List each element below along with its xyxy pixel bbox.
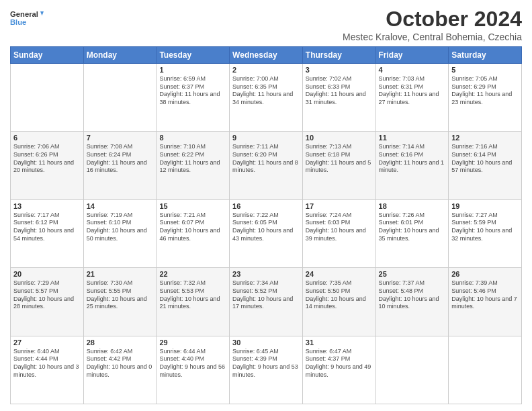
day-info: Sunrise: 6:42 AMSunset: 4:42 PMDaylight:…: [87, 348, 154, 379]
svg-text:Blue: Blue: [10, 18, 26, 26]
calendar-day-cell: 26Sunrise: 7:39 AMSunset: 5:46 PMDayligh…: [449, 268, 522, 336]
calendar-day-cell: 1Sunrise: 6:59 AMSunset: 6:37 PMDaylight…: [157, 64, 230, 132]
calendar-day-cell: 29Sunrise: 6:44 AMSunset: 4:40 PMDayligh…: [157, 336, 230, 404]
calendar-day-cell: 5Sunrise: 7:05 AMSunset: 6:29 PMDaylight…: [449, 64, 522, 132]
calendar-empty-cell: [83, 64, 157, 132]
day-number: 31: [306, 338, 373, 347]
calendar-day-cell: 18Sunrise: 7:26 AMSunset: 6:01 PMDayligh…: [375, 199, 449, 267]
calendar-weekday-sunday: Sunday: [11, 47, 84, 64]
calendar-day-cell: 8Sunrise: 7:10 AMSunset: 6:22 PMDaylight…: [157, 132, 230, 199]
day-number: 23: [232, 270, 300, 278]
day-info: Sunrise: 7:02 AMSunset: 6:33 PMDaylight:…: [306, 75, 373, 107]
day-number: 7: [87, 134, 154, 142]
day-number: 10: [306, 134, 373, 142]
day-info: Sunrise: 7:24 AMSunset: 6:03 PMDaylight:…: [306, 212, 373, 243]
day-info: Sunrise: 7:32 AMSunset: 5:53 PMDaylight:…: [159, 279, 226, 311]
calendar-day-cell: 3Sunrise: 7:02 AMSunset: 6:33 PMDaylight…: [302, 64, 375, 132]
day-number: 17: [306, 202, 373, 210]
month-title: October 2024: [343, 7, 522, 32]
day-number: 2: [232, 66, 300, 74]
day-info: Sunrise: 7:17 AMSunset: 6:12 PMDaylight:…: [13, 212, 81, 243]
day-info: Sunrise: 7:39 AMSunset: 5:46 PMDaylight:…: [451, 279, 519, 311]
calendar-day-cell: 23Sunrise: 7:34 AMSunset: 5:52 PMDayligh…: [230, 268, 303, 336]
day-number: 27: [13, 338, 81, 347]
day-number: 19: [451, 202, 519, 210]
day-number: 6: [13, 134, 81, 142]
calendar-header-row: SundayMondayTuesdayWednesdayThursdayFrid…: [11, 47, 522, 64]
calendar-table: SundayMondayTuesdayWednesdayThursdayFrid…: [10, 46, 522, 404]
calendar-weekday-friday: Friday: [375, 47, 449, 64]
day-info: Sunrise: 6:47 AMSunset: 4:37 PMDaylight:…: [306, 348, 373, 379]
calendar-day-cell: 14Sunrise: 7:19 AMSunset: 6:10 PMDayligh…: [83, 199, 157, 267]
day-number: 18: [379, 202, 446, 210]
svg-marker-2: [40, 11, 44, 15]
svg-text:General: General: [10, 10, 38, 18]
calendar-day-cell: 22Sunrise: 7:32 AMSunset: 5:53 PMDayligh…: [157, 268, 230, 336]
calendar-day-cell: 16Sunrise: 7:22 AMSunset: 6:05 PMDayligh…: [230, 199, 303, 267]
calendar-day-cell: 25Sunrise: 7:37 AMSunset: 5:48 PMDayligh…: [375, 268, 449, 336]
day-info: Sunrise: 7:06 AMSunset: 6:26 PMDaylight:…: [13, 143, 81, 175]
calendar-day-cell: 6Sunrise: 7:06 AMSunset: 6:26 PMDaylight…: [11, 132, 84, 199]
day-number: 22: [159, 270, 226, 278]
day-info: Sunrise: 7:35 AMSunset: 5:50 PMDaylight:…: [306, 279, 373, 311]
day-info: Sunrise: 6:45 AMSunset: 4:39 PMDaylight:…: [232, 348, 300, 379]
calendar-day-cell: 17Sunrise: 7:24 AMSunset: 6:03 PMDayligh…: [302, 199, 375, 267]
day-info: Sunrise: 7:03 AMSunset: 6:31 PMDaylight:…: [379, 75, 446, 107]
calendar-weekday-tuesday: Tuesday: [157, 47, 230, 64]
day-info: Sunrise: 7:27 AMSunset: 5:59 PMDaylight:…: [451, 212, 519, 243]
calendar-day-cell: 30Sunrise: 6:45 AMSunset: 4:39 PMDayligh…: [230, 336, 303, 404]
calendar-day-cell: 7Sunrise: 7:08 AMSunset: 6:24 PMDaylight…: [83, 132, 157, 199]
calendar-week-row: 27Sunrise: 6:40 AMSunset: 4:44 PMDayligh…: [11, 336, 522, 404]
day-number: 4: [379, 66, 446, 74]
calendar-day-cell: 19Sunrise: 7:27 AMSunset: 5:59 PMDayligh…: [449, 199, 522, 267]
calendar-day-cell: 24Sunrise: 7:35 AMSunset: 5:50 PMDayligh…: [302, 268, 375, 336]
day-info: Sunrise: 7:29 AMSunset: 5:57 PMDaylight:…: [13, 279, 81, 311]
day-number: 16: [232, 202, 300, 210]
calendar-week-row: 6Sunrise: 7:06 AMSunset: 6:26 PMDaylight…: [11, 132, 522, 199]
calendar-day-cell: 15Sunrise: 7:21 AMSunset: 6:07 PMDayligh…: [157, 199, 230, 267]
calendar-weekday-wednesday: Wednesday: [230, 47, 303, 64]
day-number: 15: [159, 202, 226, 210]
title-block: October 2024 Mestec Kralove, Central Boh…: [343, 7, 522, 42]
day-info: Sunrise: 7:13 AMSunset: 6:18 PMDaylight:…: [306, 143, 373, 175]
day-info: Sunrise: 7:08 AMSunset: 6:24 PMDaylight:…: [87, 143, 154, 175]
calendar-week-row: 20Sunrise: 7:29 AMSunset: 5:57 PMDayligh…: [11, 268, 522, 336]
day-info: Sunrise: 7:21 AMSunset: 6:07 PMDaylight:…: [159, 212, 226, 243]
calendar-empty-cell: [375, 336, 449, 404]
day-info: Sunrise: 7:05 AMSunset: 6:29 PMDaylight:…: [451, 75, 519, 107]
day-info: Sunrise: 7:30 AMSunset: 5:55 PMDaylight:…: [87, 279, 154, 311]
calendar-day-cell: 28Sunrise: 6:42 AMSunset: 4:42 PMDayligh…: [83, 336, 157, 404]
day-info: Sunrise: 7:19 AMSunset: 6:10 PMDaylight:…: [87, 212, 154, 243]
calendar-week-row: 13Sunrise: 7:17 AMSunset: 6:12 PMDayligh…: [11, 199, 522, 267]
calendar-day-cell: 20Sunrise: 7:29 AMSunset: 5:57 PMDayligh…: [11, 268, 84, 336]
day-number: 30: [232, 338, 300, 347]
day-info: Sunrise: 6:40 AMSunset: 4:44 PMDaylight:…: [13, 348, 81, 379]
day-number: 5: [451, 66, 519, 74]
day-number: 20: [13, 270, 81, 278]
day-info: Sunrise: 7:16 AMSunset: 6:14 PMDaylight:…: [451, 143, 519, 175]
day-info: Sunrise: 7:11 AMSunset: 6:20 PMDaylight:…: [232, 143, 300, 175]
calendar-day-cell: 27Sunrise: 6:40 AMSunset: 4:44 PMDayligh…: [11, 336, 84, 404]
day-number: 21: [87, 270, 154, 278]
day-number: 8: [159, 134, 226, 142]
day-info: Sunrise: 7:14 AMSunset: 6:16 PMDaylight:…: [379, 143, 446, 175]
day-number: 12: [451, 134, 519, 142]
calendar-weekday-thursday: Thursday: [302, 47, 375, 64]
day-info: Sunrise: 7:26 AMSunset: 6:01 PMDaylight:…: [379, 212, 446, 243]
day-number: 29: [159, 338, 226, 347]
day-number: 1: [159, 66, 226, 74]
day-number: 11: [379, 134, 446, 142]
day-number: 13: [13, 202, 81, 210]
calendar-day-cell: 10Sunrise: 7:13 AMSunset: 6:18 PMDayligh…: [302, 132, 375, 199]
calendar-weekday-saturday: Saturday: [449, 47, 522, 64]
day-number: 26: [451, 270, 519, 278]
day-info: Sunrise: 7:22 AMSunset: 6:05 PMDaylight:…: [232, 212, 300, 243]
calendar-day-cell: 2Sunrise: 7:00 AMSunset: 6:35 PMDaylight…: [230, 64, 303, 132]
page: General Blue October 2024 Mestec Kralove…: [0, 0, 532, 411]
calendar-day-cell: 21Sunrise: 7:30 AMSunset: 5:55 PMDayligh…: [83, 268, 157, 336]
calendar-week-row: 1Sunrise: 6:59 AMSunset: 6:37 PMDaylight…: [11, 64, 522, 132]
day-info: Sunrise: 7:10 AMSunset: 6:22 PMDaylight:…: [159, 143, 226, 175]
calendar-day-cell: 9Sunrise: 7:11 AMSunset: 6:20 PMDaylight…: [230, 132, 303, 199]
day-number: 25: [379, 270, 446, 278]
day-info: Sunrise: 6:59 AMSunset: 6:37 PMDaylight:…: [159, 75, 226, 107]
